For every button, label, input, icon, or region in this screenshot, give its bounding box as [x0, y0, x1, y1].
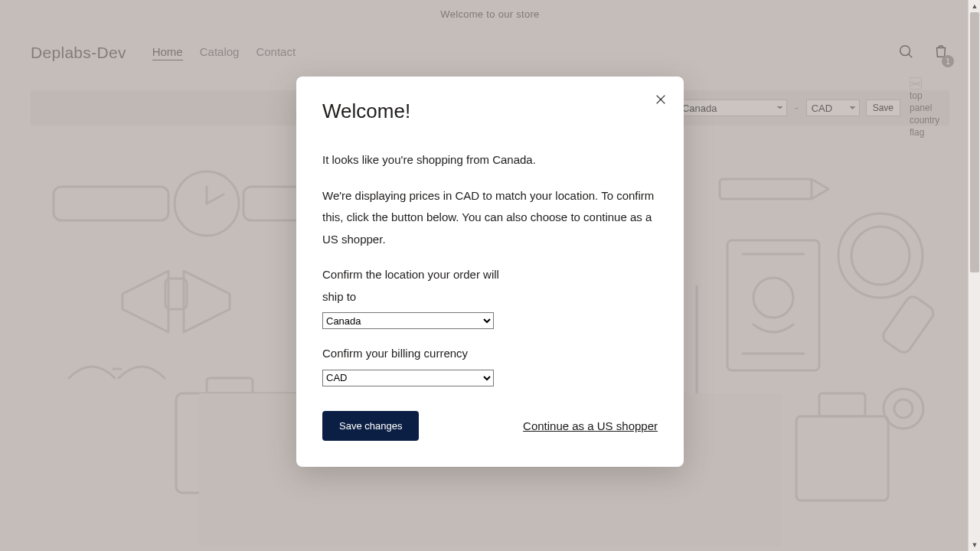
modal-intro-1: It looks like you're shopping from Canad… — [322, 149, 658, 171]
close-button[interactable] — [652, 90, 670, 109]
scroll-up-icon[interactable]: ▲ — [969, 0, 980, 12]
scroll-thumb[interactable] — [970, 12, 979, 272]
welcome-modal: Welcome! It looks like you're shopping f… — [296, 77, 684, 467]
modal-intro-2: We're displaying prices in CAD to match … — [322, 185, 658, 251]
scrollbar[interactable]: ▲ ▼ — [968, 0, 980, 551]
close-icon — [655, 93, 667, 106]
ship-to-select[interactable]: Canada — [322, 312, 494, 329]
save-changes-button[interactable]: Save changes — [322, 411, 419, 441]
ship-to-label: Confirm the location your order will shi… — [322, 264, 658, 308]
scroll-down-icon[interactable]: ▼ — [969, 539, 980, 551]
currency-select[interactable]: CAD — [322, 370, 494, 386]
currency-label: Confirm your billing currency — [322, 343, 658, 365]
continue-us-link[interactable]: Continue as a US shopper — [523, 419, 658, 432]
modal-title: Welcome! — [322, 99, 658, 123]
